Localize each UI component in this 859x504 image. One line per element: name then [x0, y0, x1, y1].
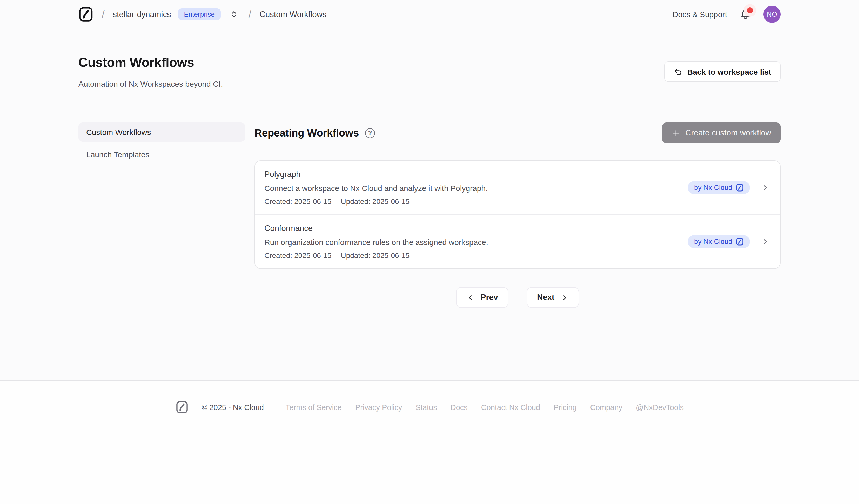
next-button-label: Next [537, 293, 554, 302]
pagination: Prev Next [255, 287, 781, 308]
sidebar-item-launch-templates[interactable]: Launch Templates [78, 145, 245, 164]
prev-button-label: Prev [481, 293, 498, 302]
docs-support-link[interactable]: Docs & Support [673, 10, 727, 19]
top-navbar: / stellar-dynamics Enterprise / Custom W… [0, 0, 859, 29]
user-avatar[interactable]: NO [764, 6, 781, 23]
by-nx-cloud-badge[interactable]: by Nx Cloud [688, 235, 750, 248]
breadcrumb-workspace-name[interactable]: stellar-dynamics [113, 10, 171, 19]
footer-link-nxdevtools[interactable]: @NxDevTools [636, 403, 684, 411]
prev-button[interactable]: Prev [456, 287, 509, 308]
page-subtitle: Automation of Nx Workspaces beyond CI. [78, 79, 223, 88]
footer-link-terms[interactable]: Terms of Service [286, 403, 342, 411]
footer-link-privacy[interactable]: Privacy Policy [355, 403, 402, 411]
chevron-right-icon [761, 183, 770, 192]
breadcrumb-separator: / [247, 9, 252, 20]
chevron-left-icon [467, 293, 474, 301]
workflow-description: Connect a workspace to Nx Cloud and anal… [265, 184, 488, 193]
help-icon[interactable]: ? [365, 128, 375, 138]
enterprise-badge: Enterprise [178, 8, 221, 20]
workflow-list-card: Polygraph Connect a workspace to Nx Clou… [255, 161, 781, 269]
app-viewport: / stellar-dynamics Enterprise / Custom W… [0, 0, 859, 504]
section-title: Repeating Workflows [255, 127, 359, 139]
section-header: Repeating Workflows ? Create custom work… [255, 122, 781, 143]
footer-link-docs[interactable]: Docs [451, 403, 468, 411]
footer-link-contact[interactable]: Contact Nx Cloud [481, 403, 540, 411]
page-footer: © 2025 - Nx Cloud Terms of Service Priva… [0, 380, 859, 504]
settings-sidebar: Custom Workflows Launch Templates [78, 122, 245, 308]
footer-link-status[interactable]: Status [416, 403, 437, 411]
workflow-updated: Updated: 2025-06-15 [341, 251, 409, 260]
workspace-switcher-button[interactable] [228, 8, 240, 20]
workflow-row-polygraph[interactable]: Polygraph Connect a workspace to Nx Clou… [255, 161, 780, 214]
workflow-updated: Updated: 2025-06-15 [341, 197, 409, 205]
nx-logo-icon [736, 184, 744, 192]
workflow-row-conformance[interactable]: Conformance Run organization conformance… [255, 214, 780, 268]
notification-dot [747, 7, 753, 13]
next-button[interactable]: Next [527, 287, 579, 308]
chevron-right-icon [761, 237, 770, 246]
badge-label: by Nx Cloud [694, 238, 732, 245]
page-title: Custom Workflows [78, 55, 223, 70]
page-header: Custom Workflows Automation of Nx Worksp… [78, 55, 781, 88]
nx-logo-icon [736, 238, 744, 245]
breadcrumb-separator: / [101, 9, 106, 20]
workflow-created: Created: 2025-06-15 [265, 197, 331, 205]
workflow-name: Conformance [265, 224, 488, 233]
page-container: Custom Workflows Automation of Nx Worksp… [78, 29, 781, 380]
nx-logo-icon [175, 401, 188, 414]
footer-link-company[interactable]: Company [590, 403, 622, 411]
plus-icon [671, 128, 680, 137]
nx-logo-icon[interactable] [78, 7, 93, 22]
notifications-button[interactable] [739, 7, 752, 21]
workflow-name: Polygraph [265, 170, 488, 179]
content-grid: Custom Workflows Launch Templates Repeat… [78, 122, 781, 308]
sidebar-item-custom-workflows[interactable]: Custom Workflows [78, 122, 245, 142]
back-button-label: Back to workspace list [687, 67, 771, 76]
repeating-workflows-section: Repeating Workflows ? Create custom work… [255, 122, 781, 308]
chevron-right-icon [561, 293, 569, 301]
workflow-created: Created: 2025-06-15 [265, 251, 331, 260]
create-custom-workflow-button[interactable]: Create custom workflow [662, 122, 781, 143]
workflow-description: Run organization conformance rules on th… [265, 238, 488, 247]
by-nx-cloud-badge[interactable]: by Nx Cloud [688, 181, 750, 194]
badge-label: by Nx Cloud [694, 184, 732, 192]
copyright-text: © 2025 - Nx Cloud [202, 403, 264, 411]
back-to-workspace-button[interactable]: Back to workspace list [664, 61, 781, 82]
chevron-up-down-icon [230, 10, 238, 18]
create-button-label: Create custom workflow [685, 128, 771, 138]
undo-arrow-icon [674, 67, 683, 76]
breadcrumb-current-page: Custom Workflows [260, 10, 327, 19]
footer-link-pricing[interactable]: Pricing [554, 403, 577, 411]
